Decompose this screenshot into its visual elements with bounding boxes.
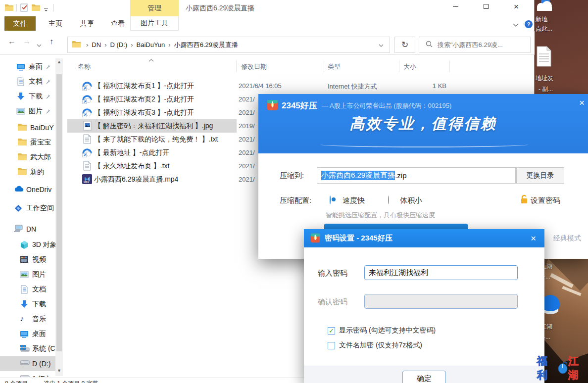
sidebar-item-music[interactable]: ♪ 音乐 (0, 312, 55, 327)
back-button[interactable]: ← (8, 38, 16, 46)
close-icon[interactable]: × (531, 234, 536, 243)
up-button[interactable]: ↑ (49, 38, 53, 46)
qat-properties-check-icon[interactable] (20, 3, 28, 12)
qat-customize-chevron-icon[interactable] (44, 5, 49, 13)
help-icon[interactable]: ? (525, 20, 533, 28)
file-row[interactable]: 【 福利江湖发布页1 】-点此打开 2021/6/4 16:05 Interne… (67, 79, 533, 93)
forward-button[interactable]: → (23, 38, 31, 46)
sidebar-item-danbaobao[interactable]: 蛋宝宝 (0, 135, 55, 150)
column-header-size[interactable]: 大小 (403, 62, 416, 71)
change-directory-button[interactable]: 更换目录 (516, 167, 564, 184)
desktop-shortcut-label: 点此... (536, 25, 552, 33)
sidebar-item-downloads-pinned[interactable]: 下载 (0, 89, 55, 104)
filename-encrypt-checkbox-unchecked[interactable] (328, 342, 335, 349)
column-header-type[interactable]: 类型 (328, 62, 341, 71)
column-divider[interactable] (236, 60, 237, 72)
search-box[interactable]: 搜索"小露西西6.29凌... (419, 37, 531, 53)
filename-encrypt-row[interactable]: 文件名加密 (仅支持7z格式) (328, 341, 422, 350)
close-button[interactable]: × (514, 2, 519, 11)
column-header-name[interactable]: 名称 (78, 62, 91, 71)
tab-home[interactable]: 主页 (41, 16, 70, 31)
sidebar-item-this-pc-dn[interactable]: DN (0, 222, 55, 237)
radio-speed-fast[interactable] (330, 195, 331, 204)
confirm-password-input[interactable] (364, 294, 518, 309)
set-password-link[interactable]: 设置密码 (531, 196, 560, 205)
desktop-text-file-icon[interactable] (537, 46, 551, 67)
internet-shortcut-icon (82, 94, 92, 104)
recent-locations-chevron-icon[interactable] (37, 41, 42, 49)
refresh-button[interactable]: ↻ (394, 37, 415, 53)
qat-folder-icon[interactable] (5, 4, 13, 11)
desktop-cloud-icon[interactable] (535, 0, 556, 14)
breadcrumb-current-folder[interactable]: 小露西西6.29凌晨直播 (174, 41, 238, 49)
tab-view[interactable]: 查看 (103, 16, 133, 31)
sidebar-item-label: BaiDuY (30, 124, 53, 132)
sidebar-item-videos[interactable]: 视频 (0, 252, 55, 267)
qat-new-folder-icon[interactable] (32, 4, 40, 11)
show-password-checkbox-checked[interactable]: ✓ (328, 327, 335, 335)
classic-mode-link[interactable]: 经典模式 (553, 234, 581, 243)
password-dialog-header[interactable]: 密码设置 - 2345好压 × (304, 229, 544, 247)
folder-icon (18, 138, 27, 147)
sidebar-item-drive-d-selected[interactable]: D (D:) (0, 356, 55, 371)
radio-speed-fast-label[interactable]: 速度快 (343, 196, 365, 205)
file-row-selected[interactable]: 【 解压密码：来福利江湖找福利 】.jpg 2019/ (67, 119, 237, 133)
ribbon-context-tab-manage[interactable]: 管理 (130, 0, 179, 16)
sidebar-item-baiduyun[interactable]: BaiDuY (0, 120, 55, 135)
maximize-button[interactable] (484, 4, 489, 9)
close-icon[interactable]: × (579, 98, 585, 107)
sidebar-item-wudalang[interactable]: 武大郎 (0, 150, 55, 165)
sidebar-item-downloads[interactable]: 下载 (0, 297, 55, 312)
filename-extension: .zip (395, 171, 406, 180)
sidebar-item-xinde[interactable]: 新的 (0, 165, 55, 180)
breadcrumb-baiduyun[interactable]: BaiDuYun (136, 41, 165, 48)
sort-ascending-caret-icon[interactable] (148, 55, 154, 63)
address-dropdown-chevron-icon[interactable] (379, 41, 384, 49)
crumb-separator-icon: › (101, 41, 110, 48)
radio-size-small[interactable] (388, 195, 389, 204)
tab-share[interactable]: 共享 (72, 16, 102, 31)
column-divider[interactable] (324, 60, 324, 72)
compress-config-tip: 智能挑选压缩配置，具有极快压缩速度 (326, 211, 435, 220)
show-password-row[interactable]: ✓ 显示密码 (勾选可支持中文密码) (328, 326, 436, 335)
sidebar-item-system-drive-c[interactable]: 系统 (C (0, 341, 55, 356)
minimize-button[interactable] (453, 6, 458, 7)
sidebar-item-documents-pinned[interactable]: 文档 (0, 74, 55, 89)
ribbon-collapse-chevron-icon[interactable] (513, 21, 519, 29)
sidebar-item-pictures-pinned[interactable]: 图片 (0, 104, 55, 119)
status-items-count: 8 个项目 (5, 380, 28, 383)
sidebar-item-workspace[interactable]: 工作空间 (0, 201, 55, 216)
breadcrumb-drive-d[interactable]: D (D:) (110, 41, 127, 48)
address-bar[interactable]: › DN › D (D:) › BaiDuYun › 小露西西6.29凌晨直播 (67, 37, 390, 53)
sidebar-item-documents[interactable]: 文档 (0, 282, 55, 297)
drive-icon (20, 359, 29, 368)
tab-picture-tools[interactable]: 图片工具 (130, 16, 179, 31)
sidebar-item-desktop[interactable]: 桌面 (0, 327, 55, 341)
desktop-shortcut-label: -... (543, 334, 550, 340)
enter-password-label: 输入密码 (318, 269, 347, 278)
internet-shortcut-icon (82, 107, 92, 117)
ok-button[interactable]: 确定 (402, 371, 446, 383)
sidebar-scrollbar-thumb[interactable] (56, 74, 62, 351)
breadcrumb-dn[interactable]: DN (92, 41, 101, 48)
column-divider[interactable] (449, 60, 450, 72)
sidebar-item-label: 系统 (C (32, 344, 55, 353)
sidebar-item-pictures[interactable]: 图片 (0, 267, 55, 282)
tab-file[interactable]: 文件 (4, 16, 36, 31)
archive-filename-input[interactable]: 小露西西6.29凌晨直播.zip (317, 167, 516, 184)
scrollbar-down-arrow-icon[interactable]: ▼ (57, 368, 61, 373)
haozip-dialog-title: 2345好压 (282, 100, 317, 111)
sidebar-item-onedrive[interactable]: OneDriv (0, 182, 55, 197)
password-input[interactable]: 来福利江湖找福利 (364, 265, 518, 280)
sidebar-item-label: 桌面 (32, 330, 46, 338)
scrollbar-up-arrow-icon[interactable]: ▲ (57, 59, 61, 64)
column-header-date[interactable]: 修改日期 (241, 62, 267, 71)
sidebar-item-3d-objects[interactable]: 3D 对象 (0, 238, 55, 252)
file-name: 【 永久地址发布页 】.txt (94, 162, 169, 171)
sidebar-item-desktop-pinned[interactable]: 桌面 (0, 59, 55, 74)
radio-size-small-label[interactable]: 体积小 (400, 196, 422, 205)
haozip-app-icon (267, 99, 278, 112)
sidebar-item-label: 音乐 (32, 315, 46, 324)
column-divider[interactable] (399, 60, 399, 72)
sidebar-item-label: DN (26, 225, 36, 233)
